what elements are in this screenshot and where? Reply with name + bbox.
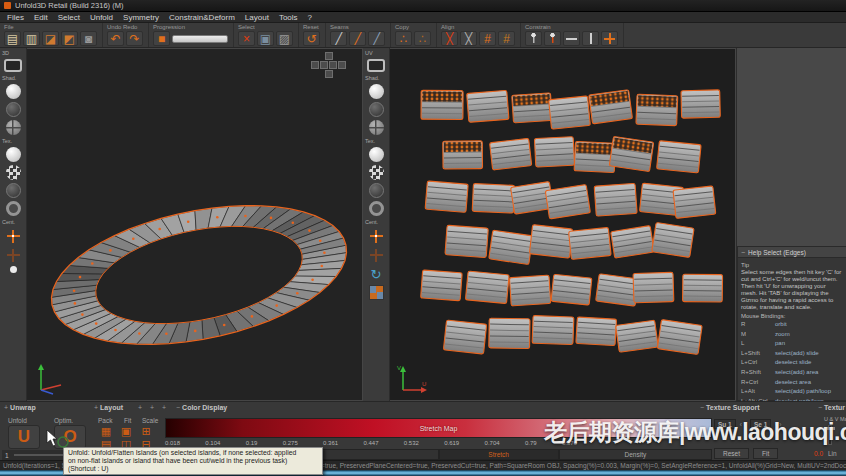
- collapse-icon[interactable]: −: [741, 249, 745, 256]
- menu-edit[interactable]: Edit: [30, 13, 52, 22]
- edgeloop-pen-icon[interactable]: ╱: [368, 31, 385, 46]
- menu-[interactable]: ?: [304, 13, 316, 22]
- tab-color-display[interactable]: −Color Display: [176, 404, 227, 411]
- import-mesh-icon[interactable]: ◪: [42, 31, 59, 46]
- unpin-icon[interactable]: [544, 31, 561, 46]
- menu-select[interactable]: Select: [54, 13, 84, 22]
- snapshot-icon[interactable]: ◙: [80, 31, 97, 46]
- marquee-select-icon[interactable]: ▣: [257, 31, 274, 46]
- menu-layout[interactable]: Layout: [241, 13, 273, 22]
- uv-islands: [390, 49, 734, 400]
- paste-uv-icon[interactable]: ∴: [414, 31, 431, 46]
- view-preset-cluster: [311, 52, 346, 78]
- horizontal-constrain-icon[interactable]: [563, 31, 580, 46]
- brush-select-icon[interactable]: ▨: [276, 31, 293, 46]
- checker-sphere-icon[interactable]: [369, 165, 384, 180]
- tab-texture-support[interactable]: −Texture Support: [700, 404, 760, 411]
- menu-files[interactable]: Files: [3, 13, 28, 22]
- clear-selection-icon[interactable]: ×: [238, 31, 255, 46]
- export-mesh-icon[interactable]: ◩: [61, 31, 78, 46]
- view-preset-button[interactable]: [311, 61, 319, 69]
- checker-map-icon[interactable]: [369, 285, 384, 300]
- texture-sphere-icon[interactable]: [369, 147, 384, 162]
- axis-gizmo-uv: V U: [396, 362, 430, 396]
- sidebar-label-cent: Cent.: [2, 219, 15, 225]
- collapsed-panel-button[interactable]: +: [150, 404, 154, 411]
- menu-constrain-deform[interactable]: Constrain&Deform: [165, 13, 239, 22]
- mouse-binding-row: R+Shiftselect(add) area: [741, 368, 843, 378]
- tab-layout[interactable]: +Layout: [94, 404, 123, 411]
- ring-sphere-icon[interactable]: [6, 201, 21, 216]
- center-selection-icon[interactable]: [5, 247, 21, 263]
- menu-symmetry[interactable]: Symmetry: [119, 13, 163, 22]
- binding-action: zoom: [775, 330, 790, 340]
- mode-stretch-button[interactable]: Stretch: [439, 449, 559, 460]
- help-panel-header[interactable]: − Help Select (Edges): [738, 247, 846, 258]
- view-preset-button[interactable]: [325, 70, 333, 78]
- open-file-icon[interactable]: ▥: [23, 31, 40, 46]
- center-pivot-icon[interactable]: [5, 228, 21, 244]
- center-pivot-icon[interactable]: [368, 228, 384, 244]
- ramp-tick: 0.018: [165, 440, 180, 446]
- tab-texture-2[interactable]: −Textur: [818, 404, 845, 411]
- ring-sphere-icon[interactable]: [369, 201, 384, 216]
- progress-bar[interactable]: [172, 35, 228, 43]
- fit-icon[interactable]: ▣: [116, 425, 136, 438]
- pin-icon[interactable]: [525, 31, 542, 46]
- unfold-button[interactable]: U: [8, 425, 40, 449]
- dot-icon[interactable]: [10, 266, 17, 273]
- cross-constrain-icon[interactable]: [601, 31, 618, 46]
- stop-icon[interactable]: ■: [153, 31, 170, 46]
- tab-unwrap[interactable]: +Unwrap: [4, 404, 36, 411]
- scale-icon[interactable]: ⊞: [136, 425, 156, 438]
- weld-pen-icon[interactable]: ╱: [349, 31, 366, 46]
- shaded-sphere-icon[interactable]: [6, 84, 21, 99]
- material-sphere-icon[interactable]: [6, 183, 21, 198]
- maximize-view-icon[interactable]: [4, 59, 22, 72]
- menu-tools[interactable]: Tools: [275, 13, 302, 22]
- ramp-tick: 0.704: [485, 440, 500, 446]
- view-preset-button[interactable]: [329, 61, 337, 69]
- mouse-binding-row: Rorbit: [741, 320, 843, 330]
- undo-icon[interactable]: ↶: [107, 31, 124, 46]
- wire-sphere-icon[interactable]: [369, 102, 384, 117]
- sync-views-icon[interactable]: ↻: [368, 266, 384, 282]
- center-selection-icon[interactable]: [368, 247, 384, 263]
- vertical-constrain-icon[interactable]: [582, 31, 599, 46]
- wire-sphere-icon[interactable]: [6, 102, 21, 117]
- texture-fit-button[interactable]: Fit: [753, 448, 778, 459]
- new-file-icon[interactable]: ▤: [4, 31, 21, 46]
- collapsed-panel-button[interactable]: +: [138, 404, 142, 411]
- collapsed-panel-button[interactable]: +: [162, 404, 166, 411]
- menu-unfold[interactable]: Unfold: [86, 13, 117, 22]
- copy-uv-icon[interactable]: ∴: [395, 31, 412, 46]
- checker-sphere-icon[interactable]: [6, 165, 21, 180]
- grid-sphere-icon[interactable]: [6, 120, 21, 135]
- align-rail-icon[interactable]: #: [479, 31, 496, 46]
- distribute-rail-icon[interactable]: #: [498, 31, 515, 46]
- ramp-tick: 0.275: [283, 440, 298, 446]
- weld-cross-icon[interactable]: ╳: [460, 31, 477, 46]
- texture-reset-button[interactable]: Reset: [714, 448, 749, 459]
- pack-icon[interactable]: ▦: [96, 425, 116, 438]
- view-preset-button[interactable]: [320, 61, 328, 69]
- toolbar-section-reset: Reset↺: [299, 23, 326, 47]
- binding-key: R+Ctrl: [741, 378, 775, 388]
- maximize-view-icon[interactable]: [367, 59, 385, 72]
- texture-sphere-icon[interactable]: [6, 147, 21, 162]
- view-preset-button[interactable]: [325, 52, 333, 60]
- cut-pen-icon[interactable]: ╱: [330, 31, 347, 46]
- viewport-uv[interactable]: V U: [390, 48, 736, 401]
- reset-icon[interactable]: ↺: [303, 31, 320, 46]
- mode-density-button[interactable]: Density: [559, 449, 712, 460]
- toolbar-section-copy: Copy∴∴: [391, 23, 437, 47]
- toolbar-section-label: Select: [238, 24, 255, 30]
- redo-icon[interactable]: ↷: [126, 31, 143, 46]
- shaded-sphere-icon[interactable]: [369, 84, 384, 99]
- grid-sphere-icon[interactable]: [369, 120, 384, 135]
- material-sphere-icon[interactable]: [369, 183, 384, 198]
- toolbar-section-progression: Progression■: [149, 23, 234, 47]
- cut-cross-icon[interactable]: ╳: [441, 31, 458, 46]
- view-preset-button[interactable]: [338, 61, 346, 69]
- viewport-3d[interactable]: [27, 48, 363, 401]
